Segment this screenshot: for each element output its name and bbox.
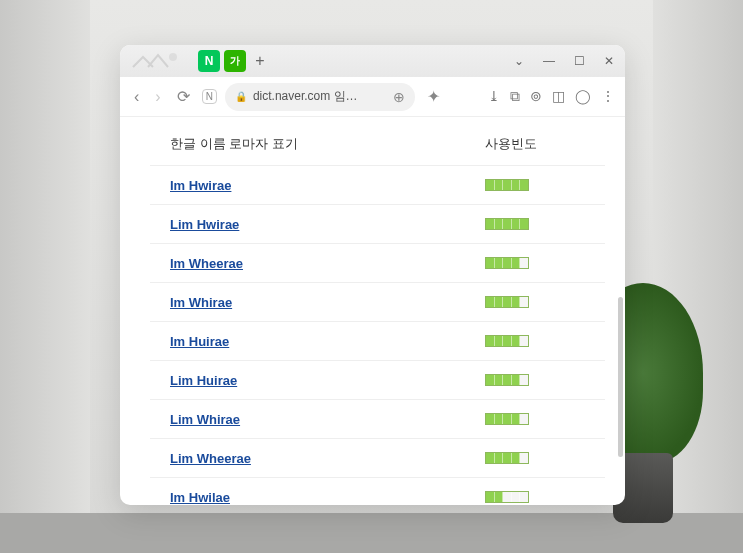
table-header: 한글 이름 로마자 표기 사용빈도	[150, 127, 605, 165]
name-link[interactable]: Im Hwilae	[170, 490, 230, 505]
toolbar-icons: ⤓ ⧉ ⊚ ◫ ◯ ⋮	[488, 88, 615, 105]
frequency-bar	[485, 374, 529, 386]
frequency-bar	[485, 257, 529, 269]
minimize-button[interactable]: —	[541, 54, 557, 68]
header-freq: 사용빈도	[485, 135, 565, 153]
name-link[interactable]: Im Huirae	[170, 334, 229, 349]
content-area: 한글 이름 로마자 표기 사용빈도 Im HwiraeLim HwiraeIm …	[120, 117, 625, 505]
table-row: Im Wheerae	[150, 243, 605, 282]
new-tab-button[interactable]: +	[250, 52, 270, 70]
back-button[interactable]: ‹	[130, 86, 143, 108]
name-link[interactable]: Lim Whirae	[170, 412, 240, 427]
app-icon[interactable]: N	[202, 89, 217, 104]
titlebar: N 가 + ⌄ — ☐ ✕	[120, 45, 625, 77]
maximize-button[interactable]: ☐	[571, 54, 587, 68]
toolbar: ‹ › ⟳ N 🔒 dict.naver.com 임… ⊕ ✦ ⤓ ⧉ ⊚ ◫ …	[120, 77, 625, 117]
table-row: Lim Huirae	[150, 360, 605, 399]
titlebar-decor	[128, 49, 188, 73]
name-link[interactable]: Lim Huirae	[170, 373, 237, 388]
name-link[interactable]: Im Whirae	[170, 295, 232, 310]
table-row: Lim Wheerae	[150, 438, 605, 477]
name-link[interactable]: Im Wheerae	[170, 256, 243, 271]
star-icon[interactable]: ✦	[423, 85, 444, 108]
tab-strip: N 가 +	[198, 50, 270, 72]
url-text: dict.naver.com 임…	[253, 88, 387, 105]
header-name: 한글 이름 로마자 표기	[170, 135, 485, 153]
svg-point-0	[169, 53, 177, 61]
table-row: Im Hwilae	[150, 477, 605, 505]
frequency-bar	[485, 296, 529, 308]
close-button[interactable]: ✕	[601, 54, 617, 68]
frequency-bar	[485, 179, 529, 191]
tab-dict[interactable]: 가	[224, 50, 246, 72]
lens-icon[interactable]: ⊚	[530, 88, 542, 105]
frequency-bar	[485, 491, 529, 503]
download-icon[interactable]: ⤓	[488, 88, 500, 105]
table-row: Lim Hwirae	[150, 204, 605, 243]
profile-icon[interactable]: ◯	[575, 88, 591, 105]
lock-icon: 🔒	[235, 91, 247, 102]
table-row: Lim Whirae	[150, 399, 605, 438]
reload-button[interactable]: ⟳	[173, 85, 194, 108]
name-link[interactable]: Im Hwirae	[170, 178, 231, 193]
window-controls: ⌄ — ☐ ✕	[511, 54, 617, 68]
address-bar[interactable]: 🔒 dict.naver.com 임… ⊕	[225, 83, 415, 111]
frequency-bar	[485, 335, 529, 347]
name-link[interactable]: Lim Wheerae	[170, 451, 251, 466]
menu-icon[interactable]: ⋮	[601, 88, 615, 105]
forward-button[interactable]: ›	[151, 86, 164, 108]
chevron-down-icon[interactable]: ⌄	[511, 54, 527, 68]
frequency-bar	[485, 413, 529, 425]
frequency-bar	[485, 452, 529, 464]
table-row: Im Huirae	[150, 321, 605, 360]
frequency-bar	[485, 218, 529, 230]
tab-naver[interactable]: N	[198, 50, 220, 72]
name-link[interactable]: Lim Hwirae	[170, 217, 239, 232]
table-row: Im Hwirae	[150, 165, 605, 204]
browser-window: N 가 + ⌄ — ☐ ✕ ‹ › ⟳ N 🔒 dict.naver.com 임…	[120, 45, 625, 505]
reader-icon[interactable]: ◫	[552, 88, 565, 105]
copy-icon[interactable]: ⧉	[510, 88, 520, 105]
table-row: Im Whirae	[150, 282, 605, 321]
wall-left	[0, 0, 90, 553]
zoom-icon[interactable]: ⊕	[393, 89, 405, 105]
scrollbar[interactable]	[618, 297, 623, 457]
